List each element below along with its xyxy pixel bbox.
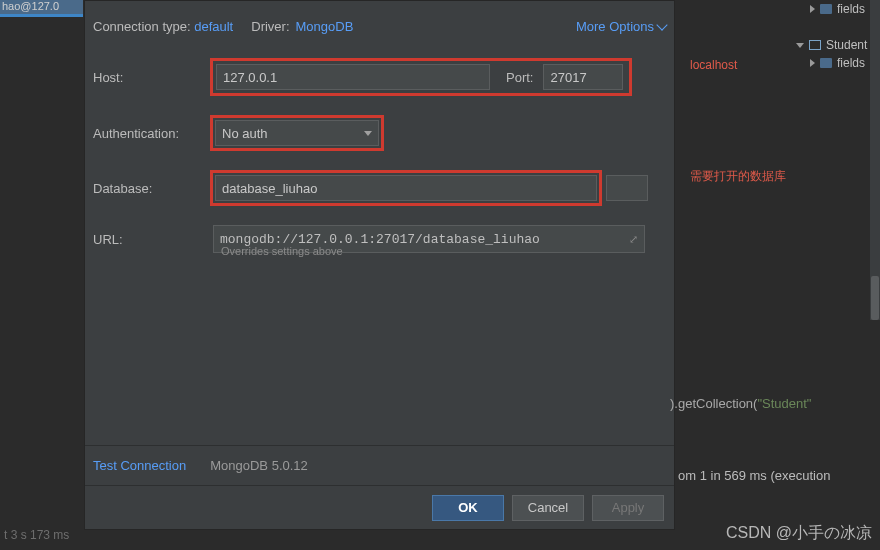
dialog-footer: Test Connection MongoDB 5.0.12 — [85, 445, 674, 485]
authentication-value: No auth — [222, 126, 268, 141]
apply-button[interactable]: Apply — [592, 495, 664, 521]
chevron-right-icon — [810, 5, 815, 13]
host-input[interactable] — [216, 64, 490, 90]
driver-label: Driver: — [251, 19, 289, 34]
database-row: Database: — [93, 170, 666, 206]
host-port-highlight: Port: — [210, 58, 632, 96]
tree-scrollbar-track — [870, 0, 880, 320]
test-connection-link[interactable]: Test Connection — [93, 458, 186, 473]
authentication-select[interactable]: No auth — [215, 120, 379, 146]
chevron-right-icon — [810, 59, 815, 67]
port-input[interactable] — [543, 64, 623, 90]
console-result-line: om 1 in 569 ms (execution — [678, 468, 830, 483]
tree-label: fields — [837, 56, 865, 70]
url-label: URL: — [93, 232, 213, 247]
database-input[interactable] — [215, 175, 597, 201]
connection-type-value[interactable]: default — [194, 19, 233, 34]
button-bar: OK Cancel Apply — [85, 485, 674, 529]
authentication-row: Authentication: No auth — [93, 115, 666, 151]
tree-scrollbar-thumb[interactable] — [871, 276, 879, 320]
active-tab-indicator — [0, 14, 83, 17]
console-string: "Student" — [757, 396, 811, 411]
console-text: ).getCollection( — [670, 396, 757, 411]
dropdown-icon — [364, 131, 372, 136]
chevron-down-icon — [796, 43, 804, 48]
tree-row-fields-1[interactable]: fields — [790, 0, 880, 18]
database-label: Database: — [93, 181, 213, 196]
status-duration: t 3 s 173 ms — [4, 528, 69, 542]
annotation-localhost: localhost — [690, 58, 737, 72]
tree-label: fields — [837, 2, 865, 16]
watermark: CSDN @小手の冰凉 — [726, 523, 872, 544]
driver-version: MongoDB 5.0.12 — [210, 458, 308, 473]
authentication-highlight: No auth — [210, 115, 384, 151]
table-icon — [809, 40, 821, 50]
ok-button[interactable]: OK — [432, 495, 504, 521]
expand-icon[interactable]: ⤢ — [629, 233, 638, 246]
database-extra-button[interactable] — [606, 175, 648, 201]
host-row: Host: Port: — [93, 58, 666, 96]
port-label: Port: — [506, 70, 533, 85]
tree-label: Student — [826, 38, 867, 52]
authentication-label: Authentication: — [93, 126, 213, 141]
connection-type-row: Connection type: default Driver: MongoDB… — [93, 13, 666, 39]
console-code-line: ).getCollection("Student" — [670, 396, 811, 411]
tree-row-student[interactable]: Student — [790, 36, 880, 54]
active-tab-title[interactable]: hao@127.0 — [0, 0, 83, 14]
chevron-down-icon — [656, 19, 667, 30]
cancel-button[interactable]: Cancel — [512, 495, 584, 521]
database-highlight — [210, 170, 602, 206]
database-tree: fields Student fields — [790, 0, 880, 72]
tree-row-fields-2[interactable]: fields — [790, 54, 880, 72]
annotation-database: 需要打开的数据库 — [690, 168, 786, 185]
more-options-label: More Options — [576, 19, 654, 34]
connection-type-label: Connection type: — [93, 19, 191, 34]
connection-settings-dialog: Connection type: default Driver: MongoDB… — [84, 0, 675, 530]
url-hint: Overrides settings above — [221, 245, 666, 257]
host-label: Host: — [93, 70, 213, 85]
driver-value[interactable]: MongoDB — [296, 19, 354, 34]
more-options-link[interactable]: More Options — [576, 19, 666, 34]
folder-icon — [820, 4, 832, 14]
folder-icon — [820, 58, 832, 68]
